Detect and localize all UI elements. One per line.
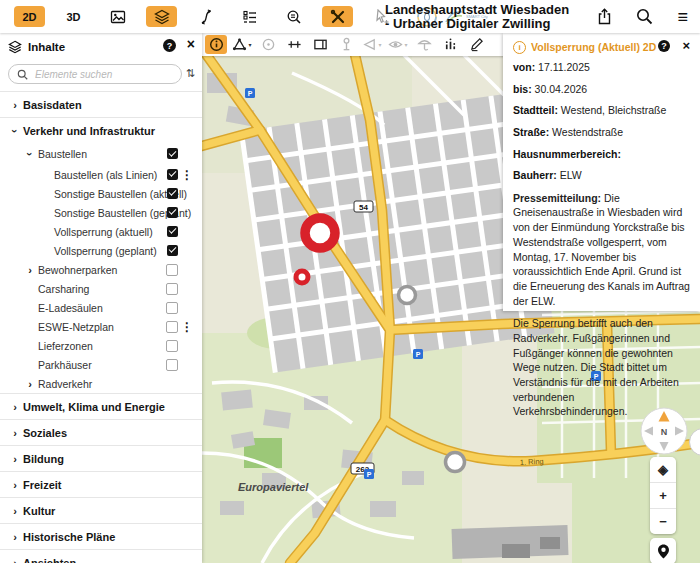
checkbox-checked[interactable]: [167, 188, 178, 199]
circle-tool-button[interactable]: [257, 35, 279, 54]
tree-section-kultur[interactable]: › Kultur: [0, 497, 202, 523]
tree-item-lieferzonen[interactable]: Lieferzonen: [0, 336, 202, 355]
location-pin-button[interactable]: [650, 538, 676, 563]
checkbox-checked[interactable]: [167, 169, 178, 180]
checkbox-unchecked[interactable]: [166, 359, 178, 371]
search-box[interactable]: [8, 64, 182, 84]
zoom-out-button[interactable]: −: [650, 509, 676, 534]
sketch-tool-button[interactable]: [465, 35, 487, 54]
search-row: ⇅: [8, 64, 194, 84]
sidebar-title: Inhalte: [28, 41, 65, 53]
tree-section-basisdaten[interactable]: › Basisdaten: [0, 91, 202, 117]
chevron-right-icon[interactable]: ›: [10, 401, 20, 413]
cross-section-tool-button[interactable]: [283, 35, 305, 54]
menu-button[interactable]: ≡: [677, 8, 688, 26]
checkbox-unchecked[interactable]: [166, 340, 178, 352]
tree-item-e-ladesaeulen[interactable]: E-Ladesäulen: [0, 298, 202, 317]
info-tool-button[interactable]: [205, 35, 227, 54]
sidebar-help-button[interactable]: ?: [163, 39, 176, 52]
tree-item-bewohnerparken[interactable]: › Bewohnerparken: [0, 260, 202, 279]
view-cone-tool-button[interactable]: ▾: [361, 35, 383, 54]
tree-item-sonstige-aktuell[interactable]: Sonstige Baustellen (aktuell): [0, 184, 202, 203]
measure-tool-button[interactable]: ▾: [231, 35, 253, 54]
tree-item-sonstige-geplant[interactable]: Sonstige Baustellen (geplant): [0, 203, 202, 222]
eye-icon: [388, 37, 403, 52]
tree-section-freizeit[interactable]: › Freizeit: [0, 471, 202, 497]
chevron-down-icon[interactable]: ›: [24, 149, 36, 159]
checkbox-unchecked[interactable]: [166, 302, 178, 314]
global-search-button[interactable]: [636, 8, 653, 25]
shadow-tool-button[interactable]: [413, 35, 435, 54]
chevron-right-icon[interactable]: ›: [10, 531, 20, 543]
press-release-paragraph-1: Pressemitteilung: Die Gneisenaustraße in…: [513, 191, 690, 309]
tree-section-ansichten[interactable]: › Ansichten: [0, 549, 202, 563]
kebab-menu-icon[interactable]: ⋮: [181, 320, 193, 334]
chevron-right-icon[interactable]: ›: [10, 453, 20, 465]
search-layers-button[interactable]: [278, 6, 309, 27]
chevron-right-icon[interactable]: ›: [10, 479, 20, 491]
checkbox-unchecked[interactable]: [166, 321, 178, 333]
chevron-right-icon[interactable]: ›: [10, 505, 20, 517]
checkbox-checked[interactable]: [167, 226, 178, 237]
checkbox-checked[interactable]: [167, 148, 178, 159]
chevron-down-icon[interactable]: ›: [9, 126, 21, 136]
sidebar-header: Inhalte ? ×: [0, 33, 202, 58]
visibility-tool-button[interactable]: ▾: [387, 35, 409, 54]
panel-help-button[interactable]: ?: [658, 40, 670, 52]
chevron-right-icon[interactable]: ›: [25, 264, 35, 276]
street-furniture-tool-button[interactable]: [335, 35, 357, 54]
marker-vollsperrung-large[interactable]: [305, 218, 335, 248]
viewport-tool-button[interactable]: [309, 35, 331, 54]
app-header: 2D 3D: [0, 0, 700, 33]
tree-section-verkehr[interactable]: › Verkehr und Infrastruktur: [0, 117, 202, 143]
panel-header: i Vollsperrung (Aktuell) 2D ? ×: [513, 39, 690, 55]
chevron-right-icon[interactable]: ›: [10, 427, 20, 439]
search-input[interactable]: [33, 68, 157, 81]
tree-section-soziales[interactable]: › Soziales: [0, 419, 202, 445]
panel-close-button[interactable]: ×: [682, 38, 690, 53]
view-2d-button[interactable]: 2D: [14, 6, 45, 27]
kebab-menu-icon[interactable]: ⋮: [181, 168, 193, 182]
chevron-right-icon[interactable]: ›: [25, 378, 35, 390]
statistics-tool-button[interactable]: [439, 35, 461, 54]
tree-item-vollsperrung-aktuell[interactable]: Vollsperrung (aktuell): [0, 222, 202, 241]
marker-closure-other-2[interactable]: [446, 453, 465, 472]
tree-item-vollsperrung-geplant[interactable]: Vollsperrung (geplant): [0, 241, 202, 260]
swipe-button[interactable]: [190, 6, 221, 27]
sidebar-close-button[interactable]: ×: [187, 37, 195, 51]
checkbox-unchecked[interactable]: [166, 283, 178, 295]
tree-item-carsharing[interactable]: Carsharing: [0, 279, 202, 298]
tree-section-bildung[interactable]: › Bildung: [0, 445, 202, 471]
share-button[interactable]: [597, 8, 612, 25]
search-icon: [636, 8, 653, 25]
marker-vollsperrung-small[interactable]: [296, 271, 308, 283]
tree-item-baustellen-linien[interactable]: Baustellen (als Linien) ⋮: [0, 165, 202, 184]
feature-info-panel: i Vollsperrung (Aktuell) 2D ? × von: 17.…: [503, 33, 700, 311]
tools-button[interactable]: [322, 6, 353, 27]
screenshot-button[interactable]: [102, 6, 133, 27]
search-icon: [17, 69, 28, 80]
svg-text:P: P: [416, 351, 421, 358]
share-icon: [597, 8, 612, 25]
checkbox-checked[interactable]: [167, 245, 178, 256]
layers-button[interactable]: [146, 6, 177, 27]
checkbox-checked[interactable]: [167, 207, 178, 218]
tools-icon: [330, 9, 346, 25]
viewport-icon: [313, 37, 328, 52]
zoom-in-button[interactable]: +: [650, 483, 676, 509]
sort-icon[interactable]: ⇅: [186, 67, 195, 80]
legend-button[interactable]: [234, 6, 265, 27]
tree-item-radverkehr[interactable]: › Radverkehr: [0, 374, 202, 393]
view-3d-button[interactable]: 3D: [58, 6, 89, 27]
chevron-right-icon[interactable]: ›: [10, 99, 20, 111]
parasol-icon: [417, 37, 432, 52]
locate-button[interactable]: ◈: [650, 457, 676, 483]
tree-section-historische-plaene[interactable]: › Historische Pläne: [0, 523, 202, 549]
tree-item-eswe-netzplan[interactable]: ESWE-Netzplan ⋮: [0, 317, 202, 336]
chevron-right-icon[interactable]: ›: [10, 557, 20, 563]
marker-closure-other-1[interactable]: [399, 287, 416, 304]
tree-item-parkhaeuser[interactable]: Parkhäuser: [0, 355, 202, 374]
tree-item-baustellen[interactable]: › Baustellen: [0, 143, 202, 165]
checkbox-unchecked[interactable]: [166, 264, 178, 276]
tree-section-umwelt[interactable]: › Umwelt, Klima und Energie: [0, 393, 202, 419]
